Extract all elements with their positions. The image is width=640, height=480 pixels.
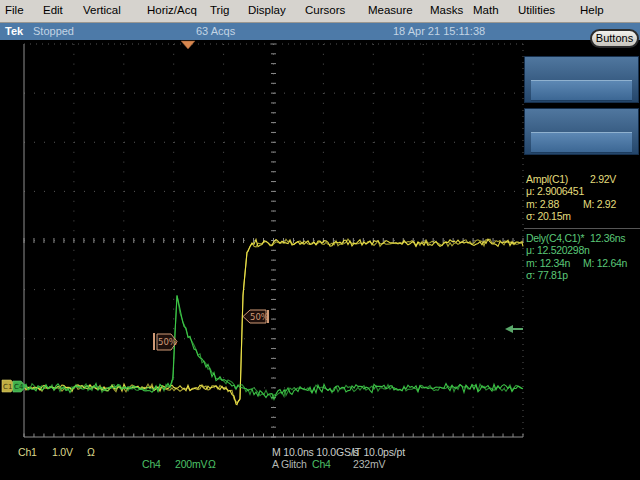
ch4-trace bbox=[24, 296, 523, 400]
measurement-delay-mean: μ: 12.520298n bbox=[526, 244, 589, 256]
measurement-ampl-label: Ampl(C1) bbox=[526, 173, 568, 185]
measurement-ampl[interactable]: Ampl(C1) 2.92V μ: 2.9006451 m: 2.88 M: 2… bbox=[526, 173, 640, 223]
svg-text:C4: C4 bbox=[14, 383, 24, 391]
ref-level-flag-ch1: 50% bbox=[243, 310, 269, 323]
ref-level-flag-ch1-label: 50% bbox=[250, 312, 269, 322]
measurement-delay[interactable]: Dely(C4,C1)* 12.36ns μ: 12.520298n m: 12… bbox=[526, 232, 640, 282]
side-menu-box-1-field[interactable] bbox=[531, 80, 632, 101]
measurement-ampl-min: m: 2.88 bbox=[526, 198, 559, 210]
side-menu-box-2[interactable] bbox=[524, 108, 639, 155]
ch4-trace bbox=[24, 295, 523, 398]
measurement-ampl-mean: μ: 2.9006451 bbox=[526, 185, 584, 197]
ref-level-flag-ch4: 50% bbox=[153, 333, 177, 350]
measurement-delay-min: m: 12.34n bbox=[526, 257, 570, 269]
side-menu-box-2-field[interactable] bbox=[531, 132, 632, 153]
trigger-position-marker[interactable] bbox=[181, 41, 195, 49]
ref-level-flag-ch4-label: 50% bbox=[158, 337, 177, 347]
measurement-separator bbox=[524, 228, 640, 229]
svg-text:C1: C1 bbox=[3, 383, 12, 391]
measurement-delay-max: M: 12.64n bbox=[583, 257, 627, 269]
side-menu-box-1[interactable] bbox=[524, 56, 639, 103]
ch1-trace bbox=[24, 239, 523, 405]
measurement-delay-label: Dely(C4,C1)* bbox=[526, 232, 584, 244]
measurement-ampl-value: 2.92V bbox=[590, 173, 616, 185]
trigger-level-marker[interactable] bbox=[505, 325, 523, 333]
buttons-button[interactable]: Buttons bbox=[590, 29, 639, 48]
graticule-grid bbox=[24, 44, 523, 437]
measurement-delay-sigma: σ: 77.81p bbox=[526, 269, 568, 281]
measurement-delay-value: 12.36ns bbox=[590, 232, 625, 244]
measurement-ampl-sigma: σ: 20.15m bbox=[526, 210, 571, 222]
measurement-panel: Ampl(C1) 2.92V μ: 2.9006451 m: 2.88 M: 2… bbox=[524, 171, 640, 287]
measurement-ampl-max: M: 2.92 bbox=[583, 198, 616, 210]
